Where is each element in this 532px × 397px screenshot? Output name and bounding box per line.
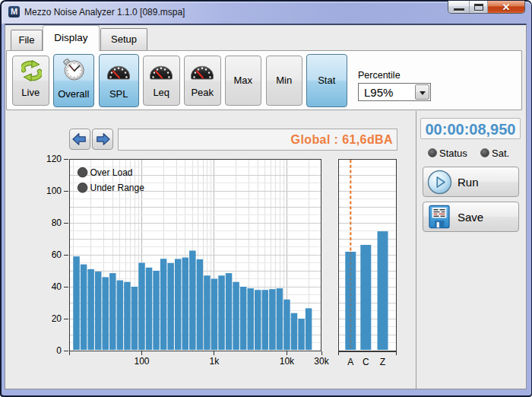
svg-text:20: 20 — [52, 313, 62, 324]
svg-text:40: 40 — [52, 281, 62, 292]
svg-text:100: 100 — [134, 356, 149, 367]
svg-text:10k: 10k — [280, 356, 295, 367]
svg-text:30k: 30k — [314, 356, 329, 367]
svg-text:A: A — [347, 357, 353, 367]
svg-text:0: 0 — [56, 345, 62, 356]
svg-text:120: 120 — [46, 154, 62, 164]
svg-text:Z: Z — [380, 357, 385, 367]
svg-text:60: 60 — [52, 249, 62, 260]
svg-text:80: 80 — [52, 218, 62, 228]
svg-text:100: 100 — [46, 186, 62, 196]
svg-text:Over Load: Over Load — [90, 167, 133, 178]
svg-text:C: C — [363, 357, 369, 367]
svg-text:Under Range: Under Range — [90, 183, 145, 193]
svg-text:1k: 1k — [210, 356, 220, 367]
